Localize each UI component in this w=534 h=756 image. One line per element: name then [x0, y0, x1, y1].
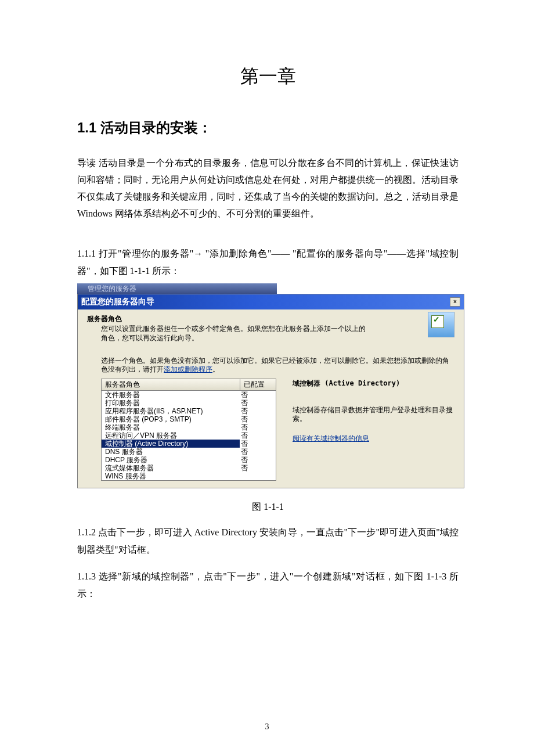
table-row[interactable]: 应用程序服务器(IIS，ASP.NET)否	[102, 407, 276, 415]
role-configured-cell: 否	[240, 456, 276, 464]
role-name-cell: 域控制器 (Active Directory)	[102, 440, 240, 448]
read-more-link[interactable]: 阅读有关域控制器的信息	[293, 434, 369, 442]
select-role-instruction: 选择一个角色。如果角色没有添加，您可以添加它。如果它已经被添加，您可以删除它。如…	[101, 357, 454, 374]
table-row[interactable]: 邮件服务器 (POP3，SMTP)否	[102, 415, 276, 423]
wizard-icon	[428, 312, 454, 337]
step-1-1-1: 1.1.1 打开"管理你的服务器"→ "添加删除角色"—— "配置你的服务器向导…	[77, 245, 459, 280]
wizard-title: 配置您的服务器向导	[81, 297, 154, 307]
role-name-cell: DHCP 服务器	[102, 456, 240, 464]
page-number: 3	[0, 722, 534, 732]
role-configured-cell: 否	[240, 431, 276, 440]
role-configured-cell: 否	[240, 440, 276, 448]
role-configured-cell	[240, 472, 276, 480]
role-configured-cell: 否	[240, 407, 276, 415]
role-detail-panel: 域控制器 (Active Directory) 域控制器存储目录数据并管理用户登…	[293, 379, 454, 481]
role-configured-cell: 否	[240, 415, 276, 423]
role-name-cell: 文件服务器	[102, 391, 240, 399]
parent-window-titlebar: 管理您的服务器	[77, 283, 277, 294]
role-heading: 服务器角色	[87, 314, 454, 324]
role-configured-cell: 否	[240, 391, 276, 399]
wizard-titlebar: 配置您的服务器向导 ×	[78, 294, 464, 309]
step-1-1-2: 1.1.2 点击下一步，即可进入 Active Directory 安装向导，一…	[77, 524, 459, 559]
role-description: 您可以设置此服务器担任一个或多个特定角色。如果您想在此服务器上添加一个以上的角色…	[101, 324, 368, 343]
role-name-cell: 邮件服务器 (POP3，SMTP)	[102, 415, 240, 423]
role-configured-cell: 否	[240, 399, 276, 407]
close-button[interactable]: ×	[450, 297, 460, 307]
figure-caption: 图 1-1-1	[77, 501, 459, 513]
add-remove-programs-link[interactable]: 添加或删除程序	[164, 365, 212, 373]
server-role-table[interactable]: 服务器角色 已配置 文件服务器否打印服务器否应用程序服务器(IIS，ASP.NE…	[101, 379, 276, 481]
column-header-configured[interactable]: 已配置	[240, 379, 276, 390]
table-row[interactable]: 流式媒体服务器否	[102, 464, 276, 472]
intro-paragraph: 导读 活动目录是一个分布式的目录服务，信息可以分散在多台不同的计算机上，保证快速…	[77, 154, 459, 222]
role-configured-cell: 否	[240, 464, 276, 472]
role-configured-cell: 否	[240, 448, 276, 456]
role-name-cell: 打印服务器	[102, 399, 240, 407]
role-name-cell: 远程访问／VPN 服务器	[102, 431, 240, 440]
detail-title: 域控制器 (Active Directory)	[293, 379, 454, 388]
role-name-cell: 应用程序服务器(IIS，ASP.NET)	[102, 407, 240, 415]
figure-1-1-1: 管理您的服务器 配置您的服务器向导 × 服务器角色 您可以设置此服务器担任一个或…	[77, 283, 459, 488]
column-header-role[interactable]: 服务器角色	[102, 379, 240, 390]
wizard-window: 配置您的服务器向导 × 服务器角色 您可以设置此服务器担任一个或多个特定角色。如…	[77, 294, 464, 488]
role-name-cell: 流式媒体服务器	[102, 464, 240, 472]
table-row[interactable]: 打印服务器否	[102, 399, 276, 407]
table-row[interactable]: DHCP 服务器否	[102, 456, 276, 464]
table-row[interactable]: WINS 服务器	[102, 472, 276, 480]
table-row[interactable]: 域控制器 (Active Directory)否	[102, 440, 276, 448]
role-configured-cell: 否	[240, 423, 276, 431]
role-name-cell: DNS 服务器	[102, 448, 240, 456]
table-row[interactable]: DNS 服务器否	[102, 448, 276, 456]
table-row[interactable]: 远程访问／VPN 服务器否	[102, 431, 276, 440]
table-row[interactable]: 文件服务器否	[102, 391, 276, 399]
table-row[interactable]: 终端服务器否	[102, 423, 276, 431]
section-title: 1.1 活动目录的安装：	[77, 118, 459, 137]
detail-description: 域控制器存储目录数据并管理用户登录处理和目录搜索。	[293, 406, 454, 423]
role-name-cell: 终端服务器	[102, 423, 240, 431]
chapter-title: 第一章	[77, 64, 459, 89]
step-1-1-3: 1.1.3 选择"新域的域控制器"，点击"下一步"，进入"一个创建新域"对话框，…	[77, 568, 459, 603]
role-name-cell: WINS 服务器	[102, 472, 240, 480]
